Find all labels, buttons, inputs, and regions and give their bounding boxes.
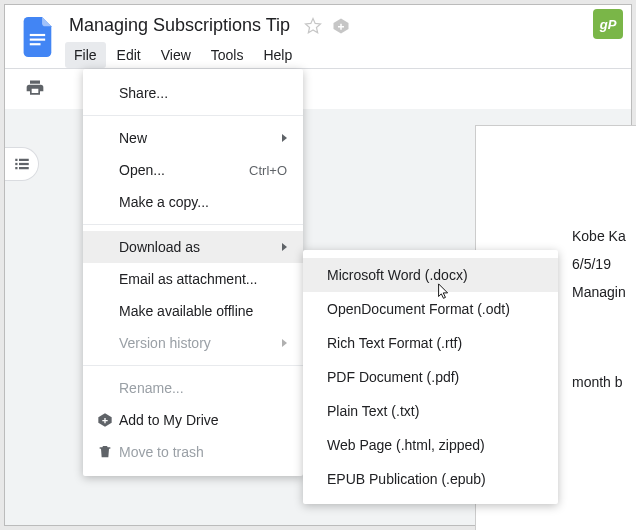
print-icon[interactable]	[25, 78, 45, 101]
download-html[interactable]: Web Page (.html, zipped)	[303, 428, 558, 462]
menu-add-my-drive[interactable]: Add to My Drive	[83, 404, 303, 436]
download-epub[interactable]: EPUB Publication (.epub)	[303, 462, 558, 496]
menu-move-trash: Move to trash	[83, 436, 303, 468]
move-icon[interactable]	[332, 17, 350, 38]
menu-open[interactable]: Open...Ctrl+O	[83, 154, 303, 186]
menu-version-history: Version history	[83, 327, 303, 359]
svg-rect-6	[19, 163, 29, 165]
trash-icon	[97, 444, 119, 460]
menu-rename: Rename...	[83, 372, 303, 404]
file-dropdown: Share... New Open...Ctrl+O Make a copy..…	[83, 69, 303, 476]
download-word[interactable]: Microsoft Word (.docx)	[303, 258, 558, 292]
download-odt[interactable]: OpenDocument Format (.odt)	[303, 292, 558, 326]
menu-download-as[interactable]: Download as	[83, 231, 303, 263]
menu-new[interactable]: New	[83, 122, 303, 154]
download-as-submenu: Microsoft Word (.docx) OpenDocument Form…	[303, 250, 558, 504]
menu-make-copy[interactable]: Make a copy...	[83, 186, 303, 218]
outline-toggle[interactable]	[5, 147, 39, 181]
download-rtf[interactable]: Rich Text Format (.rtf)	[303, 326, 558, 360]
chevron-right-icon	[282, 243, 287, 251]
svg-rect-2	[30, 43, 41, 45]
svg-rect-3	[15, 159, 17, 161]
menu-available-offline[interactable]: Make available offline	[83, 295, 303, 327]
docs-logo-icon[interactable]	[21, 13, 57, 61]
svg-rect-0	[30, 34, 45, 36]
menu-share[interactable]: Share...	[83, 77, 303, 109]
menu-edit[interactable]: Edit	[108, 42, 150, 68]
svg-rect-4	[19, 159, 29, 161]
drive-icon	[97, 412, 119, 428]
header: Managing Subscriptions Tip File Edit Vie…	[5, 5, 631, 69]
svg-rect-5	[15, 163, 17, 165]
svg-rect-8	[19, 167, 29, 169]
download-pdf[interactable]: PDF Document (.pdf)	[303, 360, 558, 394]
chevron-right-icon	[282, 339, 287, 347]
menu-tools[interactable]: Tools	[202, 42, 253, 68]
menu-email-attachment[interactable]: Email as attachment...	[83, 263, 303, 295]
svg-rect-1	[30, 39, 45, 41]
menubar: File Edit View Tools Help	[65, 42, 615, 68]
download-txt[interactable]: Plain Text (.txt)	[303, 394, 558, 428]
doc-title[interactable]: Managing Subscriptions Tip	[65, 13, 294, 38]
page-text: 6/5/19	[572, 250, 636, 278]
menu-view[interactable]: View	[152, 42, 200, 68]
page-text: Managin	[572, 278, 636, 306]
menu-help[interactable]: Help	[254, 42, 301, 68]
page-text: Kobe Ka	[572, 222, 636, 250]
gp-extension-icon[interactable]: gP	[593, 9, 623, 39]
star-icon[interactable]	[304, 17, 322, 38]
svg-rect-7	[15, 167, 17, 169]
page-text: month b	[572, 368, 636, 396]
left-sidebar	[5, 109, 51, 525]
menu-file[interactable]: File	[65, 42, 106, 68]
chevron-right-icon	[282, 134, 287, 142]
